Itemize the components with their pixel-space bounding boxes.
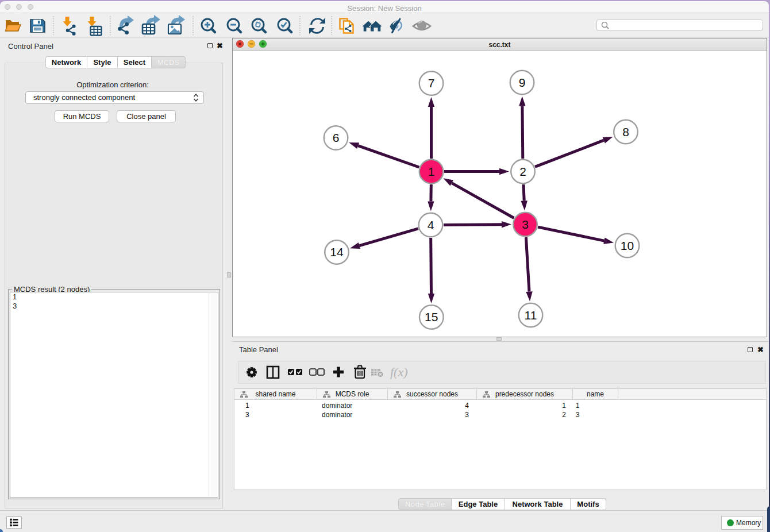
- svg-text:7: 7: [428, 76, 435, 90]
- svg-text:6: 6: [333, 131, 340, 144]
- svg-text:4: 4: [428, 218, 434, 232]
- svg-text:11: 11: [525, 309, 537, 322]
- svg-text:15: 15: [425, 310, 438, 323]
- svg-text:9: 9: [519, 76, 526, 89]
- svg-text:f(x): f(x): [390, 365, 408, 379]
- svg-text:8: 8: [622, 125, 629, 138]
- svg-text:1: 1: [428, 165, 435, 178]
- svg-text:3: 3: [522, 218, 529, 231]
- svg-text:10: 10: [621, 239, 634, 252]
- svg-text:14: 14: [330, 245, 344, 259]
- svg-text:2: 2: [519, 165, 526, 178]
